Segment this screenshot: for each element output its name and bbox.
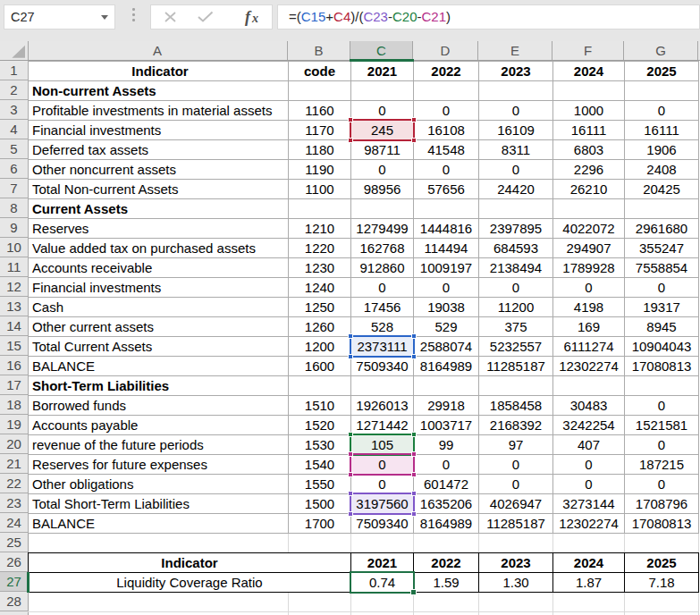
svg-text:f: f: [245, 8, 252, 26]
svg-text:x: x: [251, 12, 258, 25]
